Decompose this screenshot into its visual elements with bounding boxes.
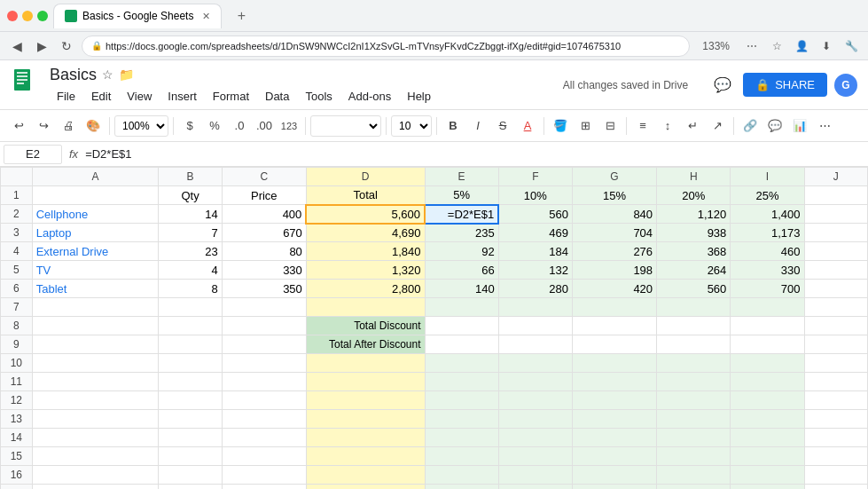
cell-c8[interactable] <box>222 317 306 335</box>
menu-file[interactable]: File <box>50 88 82 105</box>
cell-c7[interactable] <box>222 298 306 317</box>
decimal-more-btn[interactable]: .00 <box>253 114 276 138</box>
cell-c3[interactable]: 670 <box>222 224 306 242</box>
cell-e3[interactable]: 235 <box>425 224 498 242</box>
cell-b9[interactable] <box>159 335 222 354</box>
cell-c4[interactable]: 80 <box>222 242 306 261</box>
cell-e8[interactable] <box>425 317 498 335</box>
cell-f8[interactable] <box>498 317 572 335</box>
col-header-i[interactable]: I <box>731 168 804 186</box>
bold-btn[interactable]: B <box>442 114 465 138</box>
col-header-f[interactable]: F <box>498 168 572 186</box>
profile-btn[interactable]: 👤 <box>792 36 811 56</box>
menu-help[interactable]: Help <box>400 88 438 105</box>
cell-e1[interactable]: 5% <box>425 186 498 205</box>
comment-tb-btn[interactable]: 💬 <box>763 114 786 138</box>
formula-input[interactable] <box>85 145 864 164</box>
col-header-h[interactable]: H <box>657 168 731 186</box>
cell-e9[interactable] <box>425 335 498 354</box>
cell-i2[interactable]: 1,400 <box>731 205 804 224</box>
menu-insert[interactable]: Insert <box>160 88 204 105</box>
cell-d6[interactable]: 2,800 <box>306 280 425 298</box>
cell-f3[interactable]: 469 <box>498 224 572 242</box>
font-select[interactable]: Arial <box>310 115 381 137</box>
italic-btn[interactable]: I <box>466 114 489 138</box>
cell-c1[interactable]: Price <box>222 186 306 205</box>
valign-btn[interactable]: ↕ <box>656 114 679 138</box>
cell-h7[interactable] <box>657 298 731 317</box>
cell-h3[interactable]: 938 <box>657 224 731 242</box>
cell-b8[interactable] <box>159 317 222 335</box>
col-header-a[interactable]: A <box>32 168 159 186</box>
cell-a9[interactable] <box>32 335 159 354</box>
comment-btn[interactable]: 💬 <box>709 72 736 99</box>
cell-d5[interactable]: 1,320 <box>306 261 425 280</box>
cell-g7[interactable] <box>572 298 656 317</box>
cell-d7[interactable] <box>306 298 425 317</box>
cell-a8[interactable] <box>32 317 159 335</box>
cell-b7[interactable] <box>159 298 222 317</box>
rotate-btn[interactable]: ↗ <box>706 114 729 138</box>
decimal-less-btn[interactable]: .0 <box>228 114 251 138</box>
cell-h5[interactable]: 264 <box>657 261 731 280</box>
cell-b5[interactable]: 4 <box>159 261 222 280</box>
align-btn[interactable]: ≡ <box>631 114 654 138</box>
cell-a6[interactable]: Tablet <box>32 280 159 298</box>
star-icon[interactable]: ☆ <box>102 67 113 82</box>
cell-i3[interactable]: 1,173 <box>731 224 804 242</box>
cell-g8[interactable] <box>572 317 656 335</box>
font-size-select[interactable]: 10 11 12 <box>391 115 432 137</box>
paint-format-btn[interactable]: 🎨 <box>82 114 105 138</box>
cell-a4[interactable]: External Drive <box>32 242 159 261</box>
col-header-b[interactable]: B <box>159 168 222 186</box>
cell-g2[interactable]: 840 <box>572 205 656 224</box>
cell-j5[interactable] <box>804 261 867 280</box>
folder-icon[interactable]: 📁 <box>119 67 134 82</box>
cell-b3[interactable]: 7 <box>159 224 222 242</box>
cell-e5[interactable]: 66 <box>425 261 498 280</box>
cell-f1[interactable]: 10% <box>498 186 572 205</box>
cell-f7[interactable] <box>498 298 572 317</box>
col-header-e[interactable]: E <box>425 168 498 186</box>
cell-d2[interactable]: 5,600 <box>306 205 425 224</box>
menu-view[interactable]: View <box>120 88 159 105</box>
text-color-btn[interactable]: A <box>516 114 539 138</box>
cell-f5[interactable]: 132 <box>498 261 572 280</box>
strikethrough-btn[interactable]: S <box>491 114 514 138</box>
cell-c6[interactable]: 350 <box>222 280 306 298</box>
cell-f4[interactable]: 184 <box>498 242 572 261</box>
download-btn[interactable]: ⬇ <box>817 36 836 56</box>
col-header-g[interactable]: G <box>572 168 656 186</box>
cell-h1[interactable]: 20% <box>657 186 731 205</box>
share-button[interactable]: 🔒 SHARE <box>743 73 827 97</box>
cell-d4[interactable]: 1,840 <box>306 242 425 261</box>
cell-e7[interactable] <box>425 298 498 317</box>
cell-j9[interactable] <box>804 335 867 354</box>
cell-h9[interactable] <box>657 335 731 354</box>
cell-g4[interactable]: 276 <box>572 242 656 261</box>
cell-g5[interactable]: 198 <box>572 261 656 280</box>
refresh-btn[interactable]: ↻ <box>57 36 76 56</box>
close-btn[interactable] <box>7 11 18 21</box>
menu-format[interactable]: Format <box>206 88 256 105</box>
cell-d8-label[interactable]: Total Discount <box>306 317 425 335</box>
zoom-select[interactable]: 100% 125% 133% <box>114 115 168 137</box>
cell-i7[interactable] <box>731 298 804 317</box>
cell-i6[interactable]: 700 <box>731 280 804 298</box>
currency-btn[interactable]: $ <box>178 114 201 138</box>
menu-edit[interactable]: Edit <box>84 88 118 105</box>
cell-e6[interactable]: 140 <box>425 280 498 298</box>
cell-j1[interactable] <box>804 186 867 205</box>
cell-a3[interactable]: Laptop <box>32 224 159 242</box>
cell-j8[interactable] <box>804 317 867 335</box>
cell-a7[interactable] <box>32 298 159 317</box>
number-format-btn[interactable]: 123 <box>278 114 301 138</box>
text-wrap-btn[interactable]: ↵ <box>681 114 704 138</box>
cell-j4[interactable] <box>804 242 867 261</box>
cell-i9[interactable] <box>731 335 804 354</box>
cell-j3[interactable] <box>804 224 867 242</box>
cell-i5[interactable]: 330 <box>731 261 804 280</box>
menu-addons[interactable]: Add-ons <box>341 88 398 105</box>
cell-f9[interactable] <box>498 335 572 354</box>
cell-j7[interactable] <box>804 298 867 317</box>
